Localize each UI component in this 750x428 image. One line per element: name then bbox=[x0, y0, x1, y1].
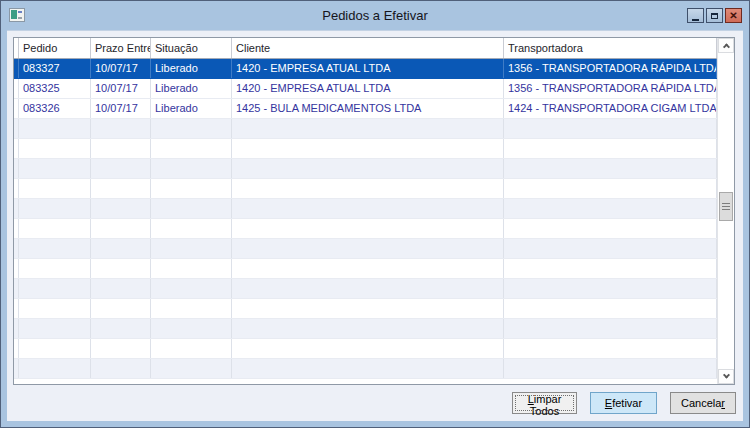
table-row-empty bbox=[14, 219, 717, 239]
cell-cliente bbox=[232, 239, 504, 258]
cell-pedido bbox=[19, 119, 91, 138]
close-button[interactable]: ✕ bbox=[725, 8, 742, 23]
cell-cliente bbox=[232, 359, 504, 378]
cell-prazo_entrega bbox=[91, 279, 151, 298]
cell-cliente bbox=[232, 279, 504, 298]
efetivar-button[interactable]: Efetivar bbox=[590, 392, 657, 414]
cell-situacao bbox=[151, 159, 232, 178]
cancelar-button[interactable]: Cancelar bbox=[670, 392, 736, 414]
cell-cliente bbox=[232, 299, 504, 318]
vertical-scrollbar[interactable] bbox=[717, 38, 734, 384]
cell-situacao bbox=[151, 359, 232, 378]
cell-cliente bbox=[232, 199, 504, 218]
table-row[interactable]: 08332510/07/17Liberado1420 - EMPRESA ATU… bbox=[14, 79, 717, 99]
limpar-todos-button[interactable]: Limpar Todos bbox=[512, 392, 577, 414]
grid-header: PedidoPrazo EntregaSituaçãoClienteTransp… bbox=[14, 38, 717, 59]
table-row-empty bbox=[14, 139, 717, 159]
column-header-pedido[interactable]: Pedido bbox=[19, 38, 91, 58]
table-row-empty bbox=[14, 339, 717, 359]
dialog-window: Pedidos a Efetivar ✕ PedidoPrazo Entrega… bbox=[0, 0, 750, 428]
minimize-button[interactable] bbox=[687, 8, 704, 23]
column-header-cliente[interactable]: Cliente bbox=[232, 38, 504, 58]
cell-situacao bbox=[151, 219, 232, 238]
orders-grid: PedidoPrazo EntregaSituaçãoClienteTransp… bbox=[13, 37, 735, 385]
cell-situacao bbox=[151, 299, 232, 318]
cell-transportadora bbox=[504, 139, 717, 158]
column-header-situacao[interactable]: Situação bbox=[151, 38, 232, 58]
cell-cliente bbox=[232, 139, 504, 158]
scrollbar-thumb[interactable] bbox=[719, 192, 733, 221]
cell-transportadora: 1424 - TRANSPORTADORA CIGAM LTDA bbox=[504, 99, 717, 118]
cell-prazo_entrega bbox=[91, 299, 151, 318]
cell-transportadora bbox=[504, 299, 717, 318]
table-row-empty bbox=[14, 179, 717, 199]
cell-pedido: 083326 bbox=[19, 99, 91, 118]
cell-pedido bbox=[19, 179, 91, 198]
cell-prazo_entrega bbox=[91, 139, 151, 158]
cell-cliente bbox=[232, 159, 504, 178]
cell-transportadora bbox=[504, 239, 717, 258]
cell-transportadora bbox=[504, 199, 717, 218]
column-header-prazo_entrega[interactable]: Prazo Entrega bbox=[91, 38, 151, 58]
scroll-down-button[interactable] bbox=[718, 369, 734, 384]
cell-situacao bbox=[151, 259, 232, 278]
cell-prazo_entrega bbox=[91, 159, 151, 178]
cell-situacao bbox=[151, 339, 232, 358]
window-title: Pedidos a Efetivar bbox=[1, 8, 749, 23]
cell-situacao bbox=[151, 179, 232, 198]
cell-situacao: Liberado bbox=[151, 79, 232, 98]
scroll-up-button[interactable] bbox=[718, 38, 734, 53]
cell-prazo_entrega: 10/07/17 bbox=[91, 99, 151, 118]
table-row-empty bbox=[14, 359, 717, 379]
maximize-icon bbox=[711, 13, 718, 19]
minimize-icon bbox=[692, 19, 699, 21]
table-row-empty bbox=[14, 159, 717, 179]
titlebar[interactable]: Pedidos a Efetivar ✕ bbox=[1, 1, 749, 30]
cell-cliente bbox=[232, 339, 504, 358]
cell-pedido bbox=[19, 219, 91, 238]
cell-transportadora: 1356 - TRANSPORTADORA RÁPIDA LTDA bbox=[504, 79, 717, 98]
window-controls: ✕ bbox=[687, 8, 742, 23]
cell-pedido bbox=[19, 359, 91, 378]
cell-transportadora bbox=[504, 219, 717, 238]
cell-situacao: Liberado bbox=[151, 99, 232, 118]
column-header-transportadora[interactable]: Transportadora bbox=[504, 38, 717, 58]
cell-transportadora bbox=[504, 339, 717, 358]
table-row[interactable]: 08332610/07/17Liberado1425 - BULA MEDICA… bbox=[14, 99, 717, 119]
cell-cliente bbox=[232, 119, 504, 138]
chevron-down-icon bbox=[722, 372, 729, 379]
cell-prazo_entrega bbox=[91, 179, 151, 198]
cell-situacao bbox=[151, 279, 232, 298]
cell-transportadora bbox=[504, 159, 717, 178]
scrollbar-track[interactable] bbox=[718, 53, 734, 369]
cell-pedido bbox=[19, 299, 91, 318]
cell-prazo_entrega bbox=[91, 339, 151, 358]
cell-situacao bbox=[151, 199, 232, 218]
maximize-button[interactable] bbox=[706, 8, 723, 23]
cell-pedido bbox=[19, 259, 91, 278]
table-row-empty bbox=[14, 239, 717, 259]
cell-pedido bbox=[19, 159, 91, 178]
cell-pedido bbox=[19, 319, 91, 338]
table-row-empty bbox=[14, 199, 717, 219]
cell-cliente bbox=[232, 259, 504, 278]
table-row-empty bbox=[14, 259, 717, 279]
dialog-body: PedidoPrazo EntregaSituaçãoClienteTransp… bbox=[7, 30, 743, 421]
cell-pedido: 083325 bbox=[19, 79, 91, 98]
cell-prazo_entrega bbox=[91, 119, 151, 138]
table-row-empty bbox=[14, 299, 717, 319]
table-row-empty bbox=[14, 119, 717, 139]
cell-prazo_entrega: 10/07/17 bbox=[91, 59, 151, 78]
cell-cliente bbox=[232, 319, 504, 338]
cell-prazo_entrega: 10/07/17 bbox=[91, 79, 151, 98]
cell-cliente: 1420 - EMPRESA ATUAL LTDA bbox=[232, 59, 504, 78]
cell-transportadora bbox=[504, 319, 717, 338]
cell-prazo_entrega bbox=[91, 199, 151, 218]
cell-prazo_entrega bbox=[91, 219, 151, 238]
table-row-empty bbox=[14, 279, 717, 299]
cell-pedido bbox=[19, 199, 91, 218]
cell-pedido bbox=[19, 339, 91, 358]
cell-situacao bbox=[151, 239, 232, 258]
cell-pedido: 083327 bbox=[19, 59, 91, 78]
table-row[interactable]: 08332710/07/17Liberado1420 - EMPRESA ATU… bbox=[14, 59, 717, 79]
